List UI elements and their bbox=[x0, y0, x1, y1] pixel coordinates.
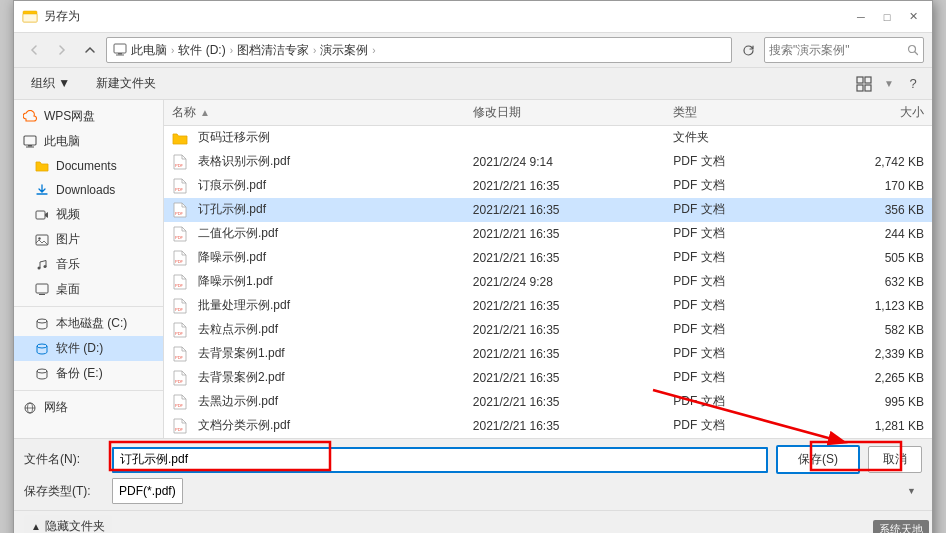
breadcrumb-sep-2: › bbox=[230, 45, 233, 56]
sidebar-item-backup-e[interactable]: 备份 (E:) bbox=[14, 361, 163, 386]
view-button[interactable] bbox=[852, 73, 876, 95]
search-input[interactable] bbox=[769, 43, 903, 57]
sidebar-item-documents[interactable]: Documents bbox=[14, 154, 163, 178]
nav-toolbar: 此电脑 › 软件 (D:) › 图档清洁专家 › 演示案例 › bbox=[14, 33, 932, 68]
sidebar-item-music[interactable]: 音乐 bbox=[14, 252, 163, 277]
file-size: 995 KB bbox=[824, 395, 924, 409]
filename-row: 文件名(N): 保存(S) 取消 bbox=[24, 445, 922, 474]
sidebar-item-software-d[interactable]: 软件 (D:) bbox=[14, 336, 163, 361]
main-area: WPS网盘 此电脑 Documents bbox=[14, 100, 932, 438]
help-button[interactable]: ? bbox=[902, 73, 924, 95]
filetype-select[interactable]: PDF(*.pdf) bbox=[112, 478, 183, 504]
filename-label: 文件名(N): bbox=[24, 451, 104, 468]
breadcrumb-item-2[interactable]: 软件 (D:) bbox=[178, 42, 225, 59]
file-date: 2021/2/21 16:35 bbox=[473, 179, 674, 193]
table-row[interactable]: PDF二值化示例.pdf2021/2/21 16:35PDF 文档244 KB bbox=[164, 222, 932, 246]
table-row[interactable]: PDF批量处理示例.pdf2021/2/21 16:35PDF 文档1,123 … bbox=[164, 294, 932, 318]
sidebar-label-pc: 此电脑 bbox=[44, 133, 80, 150]
file-size: 632 KB bbox=[824, 275, 924, 289]
file-size: 582 KB bbox=[824, 323, 924, 337]
file-type: PDF 文档 bbox=[673, 177, 823, 194]
table-row[interactable]: PDF降噪示例1.pdf2021/2/24 9:28PDF 文档632 KB bbox=[164, 270, 932, 294]
breadcrumb[interactable]: 此电脑 › 软件 (D:) › 图档清洁专家 › 演示案例 › bbox=[106, 37, 732, 63]
back-button[interactable] bbox=[22, 38, 46, 62]
file-type: 文件夹 bbox=[673, 129, 823, 146]
pdf-icon: PDF bbox=[172, 274, 188, 290]
view-dropdown-arrow: ▼ bbox=[884, 78, 894, 89]
title-bar-left: 另存为 bbox=[22, 8, 80, 25]
table-row[interactable]: PDF订痕示例.pdf2021/2/21 16:35PDF 文档170 KB bbox=[164, 174, 932, 198]
close-button[interactable]: ✕ bbox=[902, 6, 924, 28]
hide-folders-button[interactable]: ▲ 隐藏文件夹 bbox=[24, 515, 112, 533]
svg-rect-9 bbox=[857, 85, 863, 91]
pdf-icon: PDF bbox=[172, 250, 188, 266]
file-date: 2021/2/21 16:35 bbox=[473, 347, 674, 361]
cancel-button[interactable]: 取消 bbox=[868, 446, 922, 473]
filetype-label: 保存类型(T): bbox=[24, 483, 104, 500]
svg-rect-20 bbox=[39, 294, 45, 295]
breadcrumb-sep-4: › bbox=[372, 45, 375, 56]
table-row[interactable]: PDF降噪示例.pdf2021/2/21 16:35PDF 文档505 KB bbox=[164, 246, 932, 270]
sidebar-item-pc[interactable]: 此电脑 bbox=[14, 129, 163, 154]
maximize-button[interactable]: □ bbox=[876, 6, 898, 28]
file-type: PDF 文档 bbox=[673, 153, 823, 170]
sidebar-item-pictures[interactable]: 图片 bbox=[14, 227, 163, 252]
col-header-size: 大小 bbox=[824, 104, 924, 121]
svg-rect-3 bbox=[118, 53, 122, 55]
chevron-up-icon: ▲ bbox=[31, 521, 41, 532]
minimize-button[interactable]: ─ bbox=[850, 6, 872, 28]
table-row[interactable]: PDF订孔示例.pdf2021/2/21 16:35PDF 文档356 KB bbox=[164, 198, 932, 222]
file-date: 2021/2/21 16:35 bbox=[473, 251, 674, 265]
table-row[interactable]: PDF去背景案例1.pdf2021/2/21 16:35PDF 文档2,339 … bbox=[164, 342, 932, 366]
folder-icon bbox=[172, 130, 188, 146]
table-row[interactable]: PDF去背景案例2.pdf2021/2/21 16:35PDF 文档2,265 … bbox=[164, 366, 932, 390]
sidebar-item-video[interactable]: 视频 bbox=[14, 202, 163, 227]
sidebar-item-downloads[interactable]: Downloads bbox=[14, 178, 163, 202]
new-folder-button[interactable]: 新建文件夹 bbox=[87, 72, 165, 95]
svg-text:PDF: PDF bbox=[175, 211, 184, 216]
file-size: 2,339 KB bbox=[824, 347, 924, 361]
svg-rect-19 bbox=[36, 284, 48, 293]
file-list-header: 名称 ▲ 修改日期 类型 大小 bbox=[164, 100, 932, 126]
file-name: PDF去背景案例2.pdf bbox=[172, 369, 473, 386]
sidebar-sep-1 bbox=[14, 306, 163, 307]
refresh-button[interactable] bbox=[736, 38, 760, 62]
search-bar[interactable] bbox=[764, 37, 924, 63]
sidebar-item-network[interactable]: 网络 bbox=[14, 395, 163, 420]
file-date: 2021/2/21 16:35 bbox=[473, 227, 674, 241]
table-row[interactable]: PDF文档分类示例.pdf2021/2/21 16:35PDF 文档1,281 … bbox=[164, 414, 932, 438]
breadcrumb-item-4[interactable]: 演示案例 bbox=[320, 42, 368, 59]
breadcrumb-item-1[interactable]: 此电脑 bbox=[131, 42, 167, 59]
pdf-icon: PDF bbox=[172, 322, 188, 338]
col-header-name: 名称 ▲ bbox=[172, 104, 473, 121]
svg-text:PDF: PDF bbox=[175, 307, 184, 312]
organize-button[interactable]: 组织 ▼ bbox=[22, 72, 79, 95]
sidebar-label-network: 网络 bbox=[44, 399, 68, 416]
file-name: PDF去粒点示例.pdf bbox=[172, 321, 473, 338]
sidebar-item-wps[interactable]: WPS网盘 bbox=[14, 104, 163, 129]
forward-button[interactable] bbox=[50, 38, 74, 62]
computer-icon bbox=[22, 134, 38, 150]
file-date: 2021/2/21 16:35 bbox=[473, 419, 674, 433]
breadcrumb-item-3[interactable]: 图档清洁专家 bbox=[237, 42, 309, 59]
up-button[interactable] bbox=[78, 38, 102, 62]
table-row[interactable]: PDF去粒点示例.pdf2021/2/21 16:35PDF 文档582 KB bbox=[164, 318, 932, 342]
sidebar-item-desktop[interactable]: 桌面 bbox=[14, 277, 163, 302]
breadcrumb-sep-3: › bbox=[313, 45, 316, 56]
svg-text:PDF: PDF bbox=[175, 355, 184, 360]
drive-c-icon bbox=[34, 316, 50, 332]
sidebar-item-local-c[interactable]: 本地磁盘 (C:) bbox=[14, 311, 163, 336]
file-type: PDF 文档 bbox=[673, 369, 823, 386]
save-button[interactable]: 保存(S) bbox=[776, 445, 860, 474]
svg-point-18 bbox=[44, 265, 47, 268]
sidebar-label-pictures: 图片 bbox=[56, 231, 80, 248]
svg-point-21 bbox=[37, 319, 47, 323]
table-row[interactable]: PDF表格识别示例.pdf2021/2/24 9:14PDF 文档2,742 K… bbox=[164, 150, 932, 174]
table-row[interactable]: PDF去黑边示例.pdf2021/2/21 16:35PDF 文档995 KB bbox=[164, 390, 932, 414]
sidebar-label-downloads: Downloads bbox=[56, 183, 115, 197]
file-name: PDF订痕示例.pdf bbox=[172, 177, 473, 194]
file-type: PDF 文档 bbox=[673, 273, 823, 290]
svg-text:PDF: PDF bbox=[175, 331, 184, 336]
table-row[interactable]: 页码迁移示例文件夹 bbox=[164, 126, 932, 150]
filename-input[interactable] bbox=[112, 447, 768, 473]
